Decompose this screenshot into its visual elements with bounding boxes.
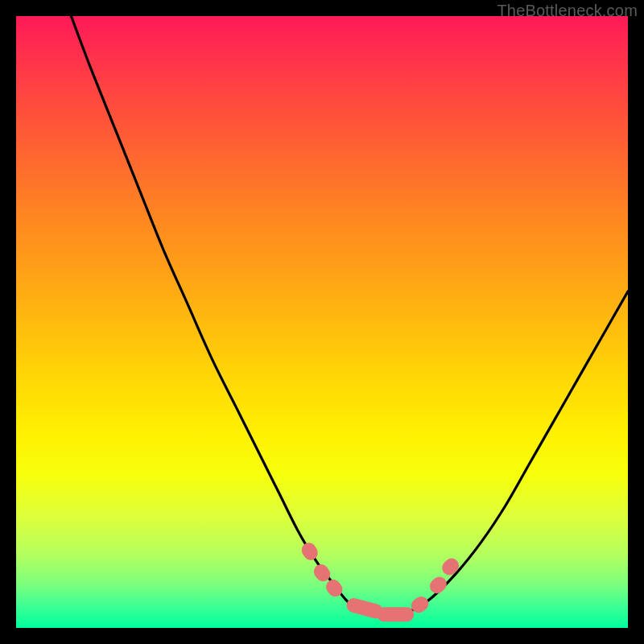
chart-frame — [16, 16, 628, 628]
chart-gradient-background — [16, 16, 628, 628]
watermark-text: TheBottleneck.com — [497, 2, 638, 20]
